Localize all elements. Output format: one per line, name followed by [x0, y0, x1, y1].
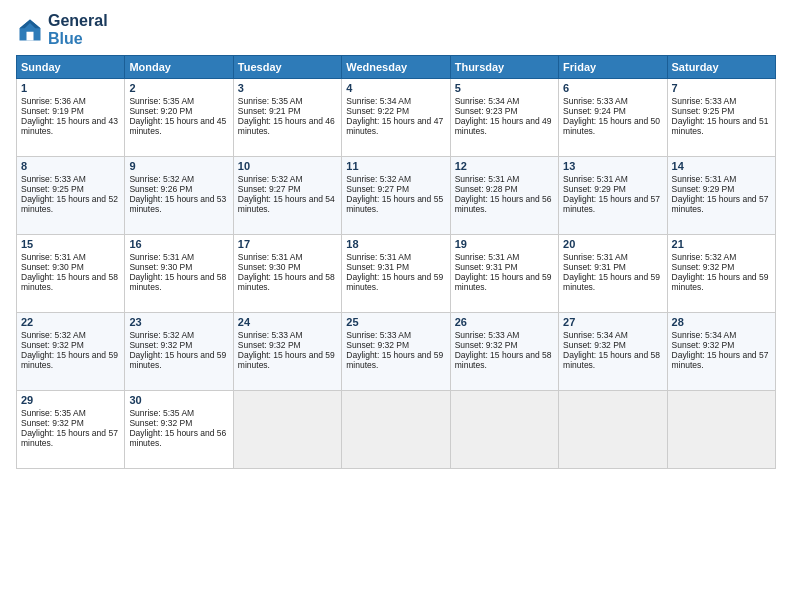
sunset: Sunset: 9:21 PM — [238, 106, 301, 116]
daylight: Daylight: 15 hours and 59 minutes. — [238, 350, 335, 370]
sunrise: Sunrise: 5:35 AM — [21, 408, 86, 418]
logo: General Blue — [16, 12, 108, 47]
sunset: Sunset: 9:29 PM — [672, 184, 735, 194]
daylight: Daylight: 15 hours and 59 minutes. — [346, 272, 443, 292]
sunrise: Sunrise: 5:32 AM — [129, 174, 194, 184]
day-number: 24 — [238, 316, 337, 328]
sunset: Sunset: 9:31 PM — [346, 262, 409, 272]
calendar-cell: 28Sunrise: 5:34 AMSunset: 9:32 PMDayligh… — [667, 313, 775, 391]
sunrise: Sunrise: 5:32 AM — [672, 252, 737, 262]
sunrise: Sunrise: 5:33 AM — [346, 330, 411, 340]
day-header: Friday — [559, 56, 667, 79]
sunrise: Sunrise: 5:34 AM — [563, 330, 628, 340]
daylight: Daylight: 15 hours and 59 minutes. — [455, 272, 552, 292]
day-number: 4 — [346, 82, 445, 94]
sunset: Sunset: 9:30 PM — [21, 262, 84, 272]
day-number: 26 — [455, 316, 554, 328]
day-header: Tuesday — [233, 56, 341, 79]
day-number: 29 — [21, 394, 120, 406]
daylight: Daylight: 15 hours and 46 minutes. — [238, 116, 335, 136]
sunrise: Sunrise: 5:32 AM — [238, 174, 303, 184]
calendar-week: 29Sunrise: 5:35 AMSunset: 9:32 PMDayligh… — [17, 391, 776, 469]
svg-rect-2 — [27, 31, 34, 40]
daylight: Daylight: 15 hours and 51 minutes. — [672, 116, 769, 136]
sunset: Sunset: 9:31 PM — [563, 262, 626, 272]
sunrise: Sunrise: 5:34 AM — [346, 96, 411, 106]
calendar-cell: 27Sunrise: 5:34 AMSunset: 9:32 PMDayligh… — [559, 313, 667, 391]
sunset: Sunset: 9:22 PM — [346, 106, 409, 116]
sunset: Sunset: 9:23 PM — [455, 106, 518, 116]
calendar-cell — [667, 391, 775, 469]
daylight: Daylight: 15 hours and 57 minutes. — [672, 194, 769, 214]
sunrise: Sunrise: 5:31 AM — [346, 252, 411, 262]
sunset: Sunset: 9:32 PM — [672, 340, 735, 350]
day-number: 18 — [346, 238, 445, 250]
day-number: 20 — [563, 238, 662, 250]
day-number: 17 — [238, 238, 337, 250]
day-number: 1 — [21, 82, 120, 94]
daylight: Daylight: 15 hours and 58 minutes. — [129, 272, 226, 292]
calendar-cell: 18Sunrise: 5:31 AMSunset: 9:31 PMDayligh… — [342, 235, 450, 313]
logo-icon — [16, 16, 44, 44]
calendar-table: SundayMondayTuesdayWednesdayThursdayFrid… — [16, 55, 776, 469]
day-number: 19 — [455, 238, 554, 250]
day-number: 5 — [455, 82, 554, 94]
calendar-cell: 30Sunrise: 5:35 AMSunset: 9:32 PMDayligh… — [125, 391, 233, 469]
day-number: 28 — [672, 316, 771, 328]
daylight: Daylight: 15 hours and 59 minutes. — [21, 350, 118, 370]
calendar-cell: 21Sunrise: 5:32 AMSunset: 9:32 PMDayligh… — [667, 235, 775, 313]
day-number: 25 — [346, 316, 445, 328]
daylight: Daylight: 15 hours and 58 minutes. — [563, 350, 660, 370]
sunset: Sunset: 9:29 PM — [563, 184, 626, 194]
daylight: Daylight: 15 hours and 57 minutes. — [563, 194, 660, 214]
calendar-cell: 9Sunrise: 5:32 AMSunset: 9:26 PMDaylight… — [125, 157, 233, 235]
daylight: Daylight: 15 hours and 58 minutes. — [238, 272, 335, 292]
day-number: 9 — [129, 160, 228, 172]
sunset: Sunset: 9:25 PM — [672, 106, 735, 116]
calendar-week: 22Sunrise: 5:32 AMSunset: 9:32 PMDayligh… — [17, 313, 776, 391]
calendar-cell: 2Sunrise: 5:35 AMSunset: 9:20 PMDaylight… — [125, 79, 233, 157]
day-number: 12 — [455, 160, 554, 172]
calendar-cell: 25Sunrise: 5:33 AMSunset: 9:32 PMDayligh… — [342, 313, 450, 391]
calendar-cell: 10Sunrise: 5:32 AMSunset: 9:27 PMDayligh… — [233, 157, 341, 235]
calendar-page: General Blue SundayMondayTuesdayWednesda… — [0, 0, 792, 612]
sunset: Sunset: 9:19 PM — [21, 106, 84, 116]
daylight: Daylight: 15 hours and 49 minutes. — [455, 116, 552, 136]
day-number: 13 — [563, 160, 662, 172]
calendar-cell: 14Sunrise: 5:31 AMSunset: 9:29 PMDayligh… — [667, 157, 775, 235]
sunset: Sunset: 9:28 PM — [455, 184, 518, 194]
daylight: Daylight: 15 hours and 59 minutes. — [346, 350, 443, 370]
sunset: Sunset: 9:32 PM — [129, 418, 192, 428]
sunset: Sunset: 9:32 PM — [563, 340, 626, 350]
calendar-cell: 15Sunrise: 5:31 AMSunset: 9:30 PMDayligh… — [17, 235, 125, 313]
sunset: Sunset: 9:30 PM — [238, 262, 301, 272]
calendar-cell: 8Sunrise: 5:33 AMSunset: 9:25 PMDaylight… — [17, 157, 125, 235]
calendar-week: 8Sunrise: 5:33 AMSunset: 9:25 PMDaylight… — [17, 157, 776, 235]
sunrise: Sunrise: 5:31 AM — [563, 174, 628, 184]
sunset: Sunset: 9:32 PM — [129, 340, 192, 350]
sunrise: Sunrise: 5:31 AM — [563, 252, 628, 262]
sunset: Sunset: 9:32 PM — [21, 418, 84, 428]
calendar-week: 15Sunrise: 5:31 AMSunset: 9:30 PMDayligh… — [17, 235, 776, 313]
calendar-cell: 20Sunrise: 5:31 AMSunset: 9:31 PMDayligh… — [559, 235, 667, 313]
sunset: Sunset: 9:20 PM — [129, 106, 192, 116]
sunset: Sunset: 9:26 PM — [129, 184, 192, 194]
sunset: Sunset: 9:32 PM — [672, 262, 735, 272]
calendar-cell: 24Sunrise: 5:33 AMSunset: 9:32 PMDayligh… — [233, 313, 341, 391]
daylight: Daylight: 15 hours and 52 minutes. — [21, 194, 118, 214]
calendar-cell: 1Sunrise: 5:36 AMSunset: 9:19 PMDaylight… — [17, 79, 125, 157]
daylight: Daylight: 15 hours and 57 minutes. — [672, 350, 769, 370]
day-header: Wednesday — [342, 56, 450, 79]
calendar-week: 1Sunrise: 5:36 AMSunset: 9:19 PMDaylight… — [17, 79, 776, 157]
sunrise: Sunrise: 5:31 AM — [455, 252, 520, 262]
logo-text: General Blue — [48, 12, 108, 47]
day-number: 8 — [21, 160, 120, 172]
sunrise: Sunrise: 5:32 AM — [129, 330, 194, 340]
day-header: Saturday — [667, 56, 775, 79]
sunrise: Sunrise: 5:33 AM — [672, 96, 737, 106]
calendar-cell — [559, 391, 667, 469]
sunrise: Sunrise: 5:31 AM — [455, 174, 520, 184]
day-number: 30 — [129, 394, 228, 406]
day-header: Sunday — [17, 56, 125, 79]
sunrise: Sunrise: 5:33 AM — [238, 330, 303, 340]
